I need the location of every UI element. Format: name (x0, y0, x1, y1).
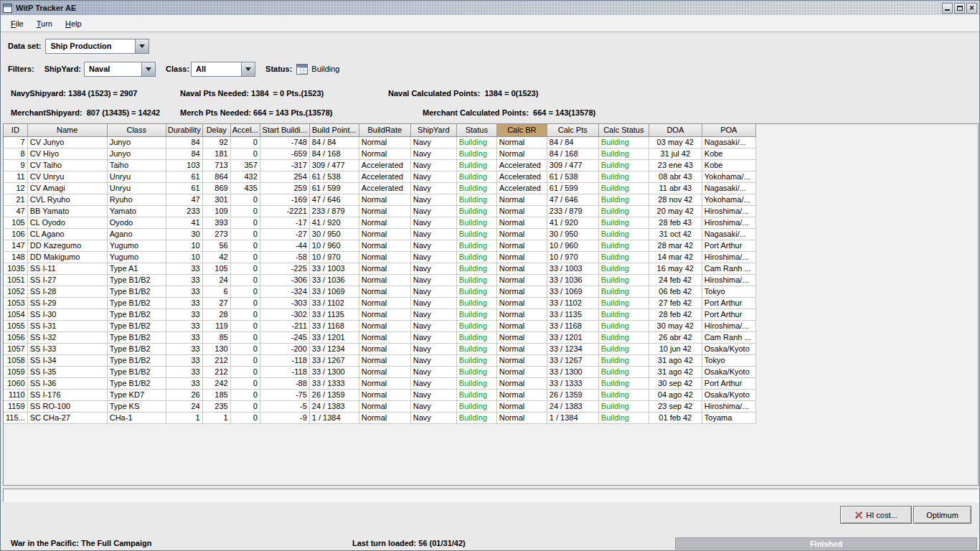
cell-class[interactable]: Type B1/B2 (107, 354, 166, 366)
cell-delay[interactable]: 301 (202, 194, 230, 205)
cell-poa[interactable]: Hiroshima/... (702, 205, 755, 217)
cell-delay[interactable]: 92 (202, 136, 230, 148)
cell-name[interactable]: CL Agano (27, 228, 107, 240)
cell-durability[interactable]: 33 (166, 263, 202, 274)
cell-build_points[interactable]: 1 / 1384 (309, 412, 359, 423)
cell-poa[interactable]: Nagasaki/... (702, 228, 755, 240)
cell-calc_status[interactable]: Building (598, 377, 649, 389)
cell-build_rate[interactable]: Normal (359, 400, 410, 412)
cell-accel[interactable]: 0 (230, 136, 260, 148)
cell-durability[interactable]: 10 (166, 251, 202, 263)
cell-build_points[interactable]: 26 / 1359 (309, 389, 359, 400)
cell-doa[interactable]: 14 mar 42 (649, 251, 702, 263)
cell-name[interactable]: CV Taiho (27, 159, 107, 171)
cell-id[interactable]: 1060 (4, 377, 27, 389)
cell-shipyard[interactable]: Navy (410, 389, 456, 400)
cell-shipyard[interactable]: Navy (410, 309, 456, 320)
cell-name[interactable]: SS I-30 (27, 309, 107, 320)
menu-file[interactable]: File (4, 17, 30, 30)
cell-durability[interactable]: 26 (166, 389, 202, 400)
cell-id[interactable]: 47 (4, 205, 27, 217)
column-header-accel[interactable]: Accel... (230, 124, 260, 136)
column-header-poa[interactable]: POA (702, 124, 755, 136)
cell-calc_pts[interactable]: 41 / 920 (547, 217, 598, 228)
table-row[interactable]: 7CV JunyoJunyo84920-74884 / 84NormalNavy… (4, 136, 755, 148)
cell-status[interactable]: Building (456, 389, 496, 400)
cell-poa[interactable]: Hiroshima/... (702, 217, 755, 228)
cell-name[interactable]: CV Unryu (27, 171, 107, 182)
column-header-status[interactable]: Status (456, 124, 496, 136)
cell-start_building[interactable]: -748 (260, 136, 309, 148)
cell-build_points[interactable]: 41 / 920 (309, 217, 359, 228)
cell-calc_status[interactable]: Building (598, 309, 649, 320)
cell-poa[interactable]: Tokyo (702, 286, 755, 297)
cell-id[interactable]: 9 (4, 159, 27, 171)
cell-status[interactable]: Building (456, 320, 496, 331)
cell-calc_pts[interactable]: 33 / 1300 (547, 366, 598, 377)
cell-calc_br[interactable]: Normal (496, 331, 547, 343)
cell-accel[interactable]: 0 (230, 217, 260, 228)
cell-start_building[interactable]: 254 (260, 171, 309, 182)
cell-durability[interactable]: 33 (166, 320, 202, 331)
cell-class[interactable]: Yamato (107, 205, 166, 217)
cell-start_building[interactable]: 259 (260, 182, 309, 194)
cell-durability[interactable]: 30 (166, 228, 202, 240)
cell-build_rate[interactable]: Normal (359, 320, 410, 331)
cell-id[interactable]: 147 (4, 240, 27, 251)
menu-help[interactable]: Help (59, 17, 88, 30)
cell-id[interactable]: 1059 (4, 366, 27, 377)
cell-poa[interactable]: Port Arthur (702, 377, 755, 389)
cell-poa[interactable]: Hiroshima/... (702, 400, 755, 412)
cell-calc_br[interactable]: Normal (496, 274, 547, 286)
cell-poa[interactable]: Hiroshima/... (702, 251, 755, 263)
cell-accel[interactable]: 0 (230, 148, 260, 159)
cell-shipyard[interactable]: Navy (410, 171, 456, 182)
cell-class[interactable]: Unryu (107, 171, 166, 182)
building-filter-icon[interactable] (296, 64, 308, 75)
cell-calc_status[interactable]: Building (598, 297, 649, 309)
cell-id[interactable]: 12 (4, 182, 27, 194)
cell-build_rate[interactable]: Normal (359, 274, 410, 286)
cell-calc_pts[interactable]: 233 / 879 (547, 205, 598, 217)
cell-start_building[interactable]: -88 (260, 377, 309, 389)
column-header-delay[interactable]: Delay (202, 124, 230, 136)
cell-class[interactable]: Type B1/B2 (107, 331, 166, 343)
cell-id[interactable]: 1110 (4, 389, 27, 400)
cell-id[interactable]: 1051 (4, 274, 27, 286)
column-header-start_building[interactable]: Start Buildi... (260, 124, 309, 136)
cell-build_rate[interactable]: Accelerated (359, 182, 410, 194)
column-header-calc_status[interactable]: Calc Status (598, 124, 649, 136)
cell-calc_br[interactable]: Normal (496, 217, 547, 228)
cell-durability[interactable]: 33 (166, 297, 202, 309)
cell-start_building[interactable]: -75 (260, 389, 309, 400)
cell-build_points[interactable]: 24 / 1383 (309, 400, 359, 412)
cell-delay[interactable]: 212 (202, 354, 230, 366)
cell-delay[interactable]: 27 (202, 297, 230, 309)
cell-doa[interactable]: 23 ene 43 (649, 159, 702, 171)
cell-doa[interactable]: 27 feb 42 (649, 297, 702, 309)
cell-doa[interactable]: 30 sep 42 (649, 377, 702, 389)
cell-status[interactable]: Building (456, 217, 496, 228)
cell-status[interactable]: Building (456, 148, 496, 159)
table-row[interactable]: 1058SS I-34Type B1/B2332120-11833 / 1267… (4, 354, 755, 366)
table-row[interactable]: 147DD KazegumoYugumo10560-4410 / 960Norm… (4, 240, 755, 251)
cell-name[interactable]: DD Kazegumo (27, 240, 107, 251)
cell-accel[interactable]: 0 (230, 320, 260, 331)
cell-class[interactable]: Type B1/B2 (107, 320, 166, 331)
cell-poa[interactable]: Cam Ranh ... (702, 263, 755, 274)
cell-start_building[interactable]: -169 (260, 194, 309, 205)
cell-delay[interactable]: 119 (202, 320, 230, 331)
cell-calc_status[interactable]: Building (598, 286, 649, 297)
table-row[interactable]: 1051SS I-27Type B1/B233240-30633 / 1036N… (4, 274, 755, 286)
cell-accel[interactable]: 0 (230, 343, 260, 354)
cell-delay[interactable]: 85 (202, 331, 230, 343)
dataset-combobox[interactable]: Ship Production (45, 39, 149, 54)
cell-status[interactable]: Building (456, 136, 496, 148)
cell-status[interactable]: Building (456, 286, 496, 297)
cell-shipyard[interactable]: Navy (410, 400, 456, 412)
cell-delay[interactable]: 185 (202, 389, 230, 400)
cell-shipyard[interactable]: Navy (410, 182, 456, 194)
cell-calc_br[interactable]: Normal (496, 286, 547, 297)
cell-calc_status[interactable]: Building (598, 240, 649, 251)
cell-poa[interactable]: Hiroshima/... (702, 274, 755, 286)
